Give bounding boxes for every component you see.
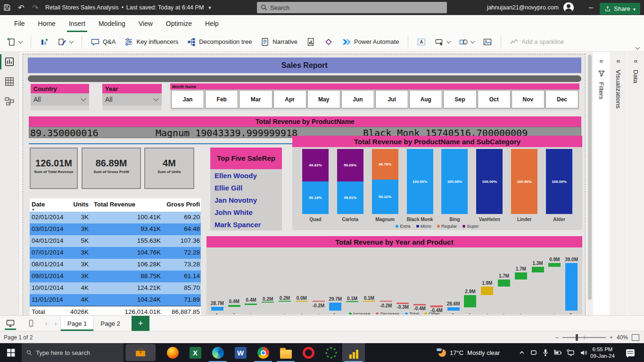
previous-page-arrow[interactable] [41, 316, 51, 331]
year-slicer-dropdown[interactable]: All [102, 93, 162, 106]
bar-segment[interactable]: 100.00% [476, 149, 503, 214]
column-header[interactable]: Total Revenue [94, 201, 161, 208]
stacked-bar-bing[interactable]: 100.00% [441, 149, 468, 214]
minimize-button[interactable] [580, 0, 602, 15]
briefcase-taskbar-item[interactable] [125, 344, 156, 361]
kpi-card[interactable]: 4MSum of Units [144, 148, 194, 189]
account-email[interactable]: jahnujaan21@novypro.com [487, 4, 559, 11]
canvas-scrollbar[interactable] [587, 52, 592, 315]
stacked-bar-black-monk[interactable]: 100.00% [407, 149, 433, 214]
table-row[interactable]: 07/01/20143K104.76K72.28 [30, 247, 201, 259]
waterfall-bar-2016[interactable] [447, 307, 460, 311]
kpi-card[interactable]: 86.89MSum of Gross Profit [82, 148, 141, 189]
waterfall-bar-quad[interactable] [430, 305, 443, 307]
salerep-list-item[interactable]: Ellen Woody [210, 169, 282, 181]
action-center-icon[interactable] [626, 349, 635, 356]
desktop-layout-button[interactable] [0, 316, 21, 331]
table-row[interactable]: 08/01/20143K106.28K73.28 [30, 259, 201, 271]
taskbar-app-firefox[interactable] [161, 343, 184, 362]
waterfall-bar-quad[interactable] [228, 305, 240, 307]
scrollbar-thumb[interactable] [588, 55, 592, 300]
month-button-feb[interactable]: Feb [205, 90, 238, 108]
column-header[interactable]: Gross Profi [162, 201, 200, 208]
narrative-button[interactable]: Narrative [258, 35, 299, 49]
fit-to-page-button[interactable] [632, 334, 639, 341]
stacked-bar-carlota[interactable]: 49.91%50.09% [337, 149, 363, 214]
table-row[interactable]: 03/01/20143K93.41K64.48 [30, 223, 201, 235]
waterfall-bar-bing[interactable] [346, 301, 358, 302]
month-button-nov[interactable]: Nov [512, 90, 545, 108]
month-button-oct[interactable]: Oct [478, 90, 511, 108]
waterfall-bar-vanhelen[interactable] [396, 303, 409, 304]
salerep-list-item[interactable]: Jan Novotny [210, 194, 282, 206]
taskbar-clock[interactable]: 6:55 PM 09-Jan-24 [588, 346, 617, 359]
data-pane-collapsed[interactable]: Data [627, 52, 644, 315]
collapsed-visual-bar[interactable] [28, 75, 581, 82]
waterfall-bar-vanhelen[interactable] [548, 263, 561, 267]
country-slicer-dropdown[interactable]: All [31, 93, 89, 106]
mobile-layout-button[interactable] [21, 316, 41, 331]
waterfall-bar-black-m-[interactable] [380, 301, 392, 302]
collapse-ribbon-button[interactable] [634, 45, 641, 51]
waterfall-bar-2014[interactable] [211, 307, 223, 311]
new-page-button[interactable] [5, 35, 24, 49]
kpi-card[interactable]: 126.01MSum of Total Revenue [30, 148, 78, 189]
taskbar-app-excel[interactable]: X [184, 343, 206, 362]
search-input[interactable] [270, 4, 443, 11]
table-view-button[interactable] [0, 72, 19, 91]
taskbar-app-explorer[interactable] [274, 343, 297, 362]
power-automate-button[interactable]: Power Automate [340, 35, 401, 49]
share-button[interactable]: Share [600, 3, 640, 15]
table-row[interactable]: 04/01/20145K155.63K107.36 [30, 235, 201, 247]
zoom-out-button[interactable]: – [555, 334, 559, 341]
waterfall-bar-vanhelen[interactable] [245, 304, 257, 305]
key-influencers-button[interactable]: Key influencers [122, 35, 180, 49]
waterfall-bar-carlota[interactable] [498, 280, 510, 287]
bar-segment[interactable]: 46.78% [372, 149, 398, 180]
screen-rotation-icon[interactable] [530, 349, 537, 356]
ribbon-tab-optimize[interactable]: Optimize [159, 15, 198, 32]
report-page[interactable]: Sales Report Country All Year All [23, 54, 586, 315]
bar-segment[interactable]: 49.82% [302, 149, 329, 181]
bar-segment[interactable]: 100.00% [546, 149, 572, 214]
image-button[interactable] [481, 35, 494, 49]
model-view-button[interactable] [0, 91, 19, 111]
waterfall-bar-magnum[interactable] [515, 272, 527, 280]
next-page-arrow[interactable] [51, 316, 60, 331]
zoom-slider[interactable] [562, 337, 606, 338]
page-tab-page-2[interactable]: Page 2 [94, 316, 127, 331]
waterfall-bar-magnum[interactable] [413, 304, 426, 306]
report-title-banner[interactable]: Sales Report [28, 58, 581, 73]
ribbon-tab-file[interactable]: File [8, 15, 32, 32]
bar-segment[interactable]: 50.09% [337, 149, 363, 181]
report-view-button[interactable] [0, 52, 19, 72]
stacked-bar-vanhelen[interactable]: 100.00% [476, 149, 503, 214]
taskbar-search-input[interactable] [36, 349, 119, 356]
bar-segment[interactable]: 53.22% [372, 180, 398, 214]
text-box-button[interactable] [415, 35, 428, 49]
more-visuals-button[interactable] [56, 35, 75, 49]
salerep-list-item[interactable]: Ellie Gill [210, 181, 282, 194]
waterfall-bar-other[interactable] [363, 301, 375, 302]
waterfall-bar-other[interactable] [296, 301, 308, 302]
waterfall-bar-black-m-[interactable] [262, 302, 274, 303]
waterfall-bar-carlota[interactable] [279, 301, 291, 302]
bar-segment[interactable]: 100.00% [441, 149, 468, 214]
new-visual-button[interactable] [38, 35, 51, 49]
stacked-bar-quad[interactable]: 50.18%49.82% [302, 149, 329, 214]
page-tab-page-1[interactable]: Page 1 [60, 316, 94, 331]
month-button-jan[interactable]: Jan [171, 90, 204, 108]
taskbar-app-word[interactable]: W [229, 343, 252, 362]
battery-icon[interactable] [553, 349, 562, 356]
waterfall-bar-2015[interactable] [329, 303, 341, 311]
title-caret-icon[interactable] [206, 4, 211, 11]
show-hidden-icons-chevron[interactable] [519, 349, 525, 356]
taskbar-app-opera[interactable] [297, 343, 320, 362]
month-button-apr[interactable]: Apr [273, 90, 306, 108]
table-row[interactable]: 02/01/20143K100.41K69.20 [30, 212, 201, 223]
month-button-sep[interactable]: Sep [443, 90, 476, 108]
start-button[interactable] [0, 343, 22, 362]
stacked-bar-alder[interactable]: 100.00% [546, 149, 572, 214]
buttons-button[interactable] [433, 35, 452, 49]
bar-segment[interactable]: 49.91% [337, 181, 363, 214]
